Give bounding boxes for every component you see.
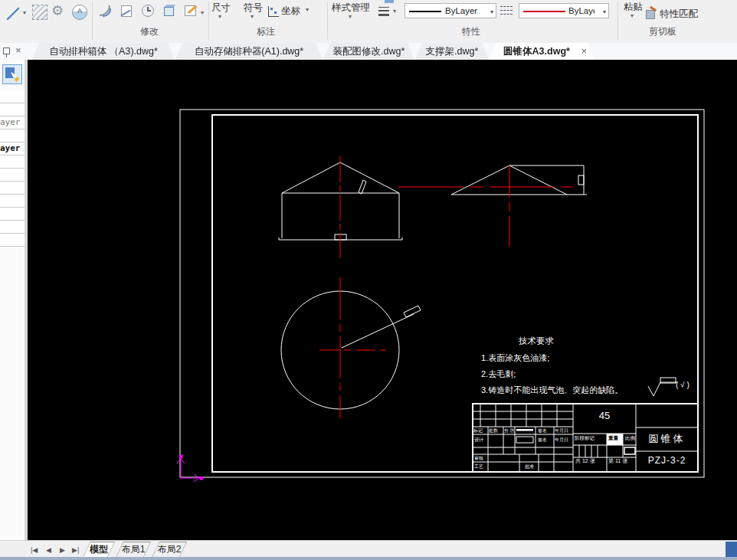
gear-icon[interactable]: ⚙: [51, 2, 64, 19]
tech-req-line3: 3.铸造时不能出现气泡、突起的缺陷。: [481, 385, 623, 396]
palette-row[interactable]: [0, 182, 25, 195]
linetype-sample-line: [523, 11, 565, 12]
orbit-box-icon[interactable]: [162, 4, 176, 18]
doc-tab-4[interactable]: 支撑架.dwg*: [415, 43, 489, 60]
palette-row[interactable]: [0, 129, 25, 142]
paste-dropdown-arrow[interactable]: ▾: [631, 13, 634, 19]
coordinate-icon: [268, 6, 279, 17]
linetype-value: ByLayer: [568, 6, 595, 15]
tb-total-sheets: 共 12 张: [575, 459, 595, 463]
edit-dropdown-arrow[interactable]: ▾: [201, 10, 204, 16]
palette-row[interactable]: [0, 169, 25, 182]
tech-req-line2: 2.去毛刺;: [481, 368, 516, 380]
ribbon: ▾ ⚙ A ▾ 修改 尺寸 ▾ 符号 ▾ 坐标 ▾ 标注 样式管理 ▾: [0, 0, 737, 44]
ribbon-separator: [208, 2, 209, 40]
style-manager-dropdown-arrow[interactable]: ▾: [349, 14, 352, 20]
coordinate-dropdown-arrow[interactable]: ▾: [306, 7, 309, 13]
linetype-combobox[interactable]: ByLayer ▾: [519, 3, 609, 18]
tb-weight: 重量: [608, 436, 618, 440]
coordinate-button[interactable]: 坐标: [281, 5, 300, 18]
tb-date2: 年月日: [555, 437, 568, 442]
surface-note: ( √ ): [676, 381, 690, 389]
doc-tab-5-active[interactable]: 圆锥体A3.dwg* ×: [490, 43, 595, 60]
tech-req-title: 技术要求: [519, 336, 554, 347]
tb-zone-b: 区: [510, 428, 515, 433]
tb-mark: 标记: [473, 428, 483, 433]
tb-scale: 比例: [625, 436, 635, 440]
side-view[interactable]: [451, 165, 587, 195]
cad-geometry: [28, 60, 737, 540]
material-value: 45: [573, 410, 636, 421]
layout2-tab[interactable]: 布局2: [152, 542, 187, 558]
tab-close-icon[interactable]: ×: [581, 43, 587, 60]
close-panel-icon[interactable]: ×: [15, 44, 21, 56]
color-dropdown-arrow: ▾: [490, 8, 493, 15]
nav-prev-button[interactable]: ◀: [46, 546, 51, 554]
color-sample-line: [409, 11, 441, 12]
surface-finish-symbol: [648, 378, 677, 396]
properties-panel-label: 特性: [448, 25, 494, 38]
tb-process: 工艺: [474, 464, 483, 469]
tech-req-line1: 1.表面涂灰色油漆;: [481, 352, 549, 364]
bottom-strip: [0, 557, 737, 560]
layout1-tab[interactable]: 布局1: [116, 542, 151, 558]
tb-review: 审核: [474, 456, 483, 460]
document-tab-bar: × 自动排种箱体 （A3).dwg* 自动存储排种器(A1).dwg* 装配图修…: [0, 43, 737, 60]
color-combobox[interactable]: ByLayer ▾: [405, 3, 496, 18]
palette-row-bylayer[interactable]: ayer: [0, 116, 25, 129]
clipped-icon-fragment: [385, 0, 394, 3]
annotate-panel-label: 标注: [243, 25, 289, 38]
ribbon-separator: [617, 2, 618, 40]
hatch-icon[interactable]: [32, 5, 47, 20]
palette-row[interactable]: [0, 90, 25, 103]
modify-panel-label: 修改: [125, 25, 174, 38]
tb-sheet-number: 第 11 张: [608, 459, 627, 463]
lineweight-dropdown-arrow[interactable]: ▾: [393, 8, 396, 15]
palette-row[interactable]: [0, 234, 25, 247]
doc-tab-3[interactable]: 装配图修改.dwg*: [323, 43, 414, 60]
lengthen-icon[interactable]: [120, 4, 133, 18]
lineweight-icon[interactable]: [378, 7, 390, 16]
doc-tab-2[interactable]: 自动存储排种器(A1).dwg*: [175, 43, 323, 60]
part-name: 圆锥体: [636, 432, 698, 446]
ucs-icon: [177, 455, 203, 482]
color-value: ByLayer: [445, 6, 483, 15]
linetype-icon[interactable]: [500, 5, 513, 16]
symbol-dropdown-arrow[interactable]: ▾: [251, 14, 254, 20]
tb-sign2: 签名: [538, 437, 547, 442]
model-tab[interactable]: 模型: [83, 542, 115, 558]
match-properties-icon: [646, 8, 657, 18]
line-icon: [7, 8, 20, 21]
nav-last-button[interactable]: ▶|: [72, 546, 79, 554]
palette-row-bylayer[interactable]: ayer: [0, 142, 25, 156]
pin-icon[interactable]: [3, 47, 10, 54]
nav-first-button[interactable]: |◀: [31, 546, 38, 554]
drawing-number: PZJ-3-2: [636, 455, 698, 466]
drawing-canvas[interactable]: 技术要求 1.表面涂灰色油漆; 2.去毛刺; 3.铸造时不能出现气泡、突起的缺陷…: [28, 60, 737, 540]
palette-row[interactable]: [0, 208, 25, 221]
line-tool-button[interactable]: [5, 6, 21, 21]
doc-tab-1[interactable]: 自动排种箱体 （A3).dwg*: [32, 43, 175, 60]
text-circle-icon[interactable]: A: [72, 5, 87, 20]
quick-select-icon[interactable]: [2, 64, 22, 84]
tb-approve: 批准: [525, 464, 534, 469]
match-properties-button[interactable]: 特性匹配: [660, 8, 698, 21]
ribbon-separator: [92, 2, 93, 40]
offset-icon[interactable]: [98, 4, 112, 18]
palette-row[interactable]: [0, 221, 25, 234]
palette-row[interactable]: [0, 195, 25, 208]
tb-count: 处数: [489, 428, 498, 433]
palette-row[interactable]: [0, 156, 25, 169]
ribbon-separator: [327, 2, 328, 40]
tb-sign: 签名: [538, 428, 547, 433]
drawing-frame: [180, 110, 704, 477]
line-dropdown-arrow[interactable]: ▾: [23, 10, 26, 16]
rotate-icon[interactable]: [141, 4, 155, 18]
edit-attribute-icon[interactable]: [184, 4, 198, 18]
dimension-dropdown-arrow[interactable]: ▾: [218, 14, 221, 20]
tb-design: 设计: [474, 437, 483, 442]
tb-stage-mark: 阶段标记: [575, 436, 595, 440]
nav-next-button[interactable]: ▶: [60, 546, 65, 554]
clipboard-panel-label: 剪切板: [638, 25, 687, 38]
palette-row[interactable]: [0, 103, 25, 116]
